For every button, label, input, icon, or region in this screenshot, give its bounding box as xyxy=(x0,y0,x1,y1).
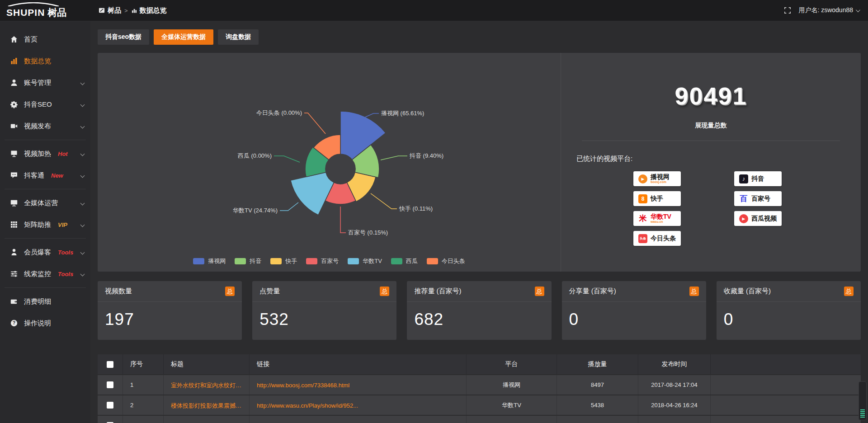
row-checkbox[interactable] xyxy=(107,381,113,388)
sliders-icon xyxy=(10,270,18,278)
sidebar-item-account-manage[interactable]: 账号管理 xyxy=(0,72,90,94)
cell-url-link[interactable] xyxy=(250,416,467,423)
platform-badge-抖音: ♪抖音 xyxy=(734,171,782,186)
sidebar-item-label: 矩阵助推 xyxy=(24,221,51,229)
chevron-down-icon xyxy=(80,173,85,178)
sidebar-item-label: 抖音SEO xyxy=(24,100,52,109)
platform-subtext: wasu.cn xyxy=(651,220,671,223)
breadcrumb-home[interactable]: 树品 xyxy=(99,6,121,15)
select-all-checkbox[interactable] xyxy=(107,361,113,368)
stat-card-label: 视频数量 xyxy=(105,287,132,296)
platforms-title: 已统计的视频平台: xyxy=(576,155,861,163)
rose-pie-chart[interactable]: 播视网 (65.61%)抖音 (9.40%)快手 (0.11%)百家号 (0.1… xyxy=(98,53,561,265)
stat-card-value: 197 xyxy=(98,302,242,340)
chevron-down-icon xyxy=(80,124,85,128)
total-badge: 总 xyxy=(844,287,854,296)
cell-title-link[interactable]: 室外水纹灯和室内水纹灯的区别和简介 xyxy=(164,375,250,395)
chevron-down-icon xyxy=(80,102,85,107)
legend-swatch xyxy=(270,258,282,264)
cell-filler xyxy=(711,395,861,415)
toutiao-logo-icon: 头条 xyxy=(638,234,647,243)
legend-label: 华数TV xyxy=(363,257,382,265)
stat-card-1: 视频数量总197 xyxy=(98,281,242,340)
row-checkbox-cell xyxy=(98,375,123,395)
stat-card-3: 推荐量 (百家号)总682 xyxy=(407,281,551,340)
sidebar-item-media-ops[interactable]: 全媒体运营 xyxy=(0,192,90,214)
stat-card-label: 分享量 (百家号) xyxy=(569,287,616,296)
stat-card-header: 收藏量 (百家号)总 xyxy=(717,281,861,302)
sidebar-item-douyin-seo[interactable]: 抖音SEO xyxy=(0,94,90,115)
cell-title-link[interactable]: 楼体投影灯投影效果震撼上市 xyxy=(164,395,250,415)
sidebar-item-badge: VIP xyxy=(58,221,67,228)
sidebar-item-label: 操作说明 xyxy=(24,319,51,328)
row-checkbox[interactable] xyxy=(107,402,113,409)
sidebar-item-label: 数据总览 xyxy=(24,57,51,66)
sidebar-item-video-heat[interactable]: 视频加热Hot xyxy=(0,143,90,164)
legend-item-百家号[interactable]: 百家号 xyxy=(306,257,339,265)
cell-platform: 播视网 xyxy=(467,375,557,395)
legend-item-快手[interactable]: 快手 xyxy=(270,257,297,265)
platform-name: 华数TV xyxy=(651,213,671,220)
legend-item-抖音[interactable]: 抖音 xyxy=(235,257,261,265)
sidebar-item-label: 消费明细 xyxy=(24,297,51,306)
sidebar-item-help[interactable]: ?操作说明 xyxy=(0,312,90,334)
sidebar-item-home[interactable]: 首页 xyxy=(0,28,90,50)
sidebar-item-member-boom[interactable]: 会员爆客Tools xyxy=(0,241,90,263)
pie-label-百家号: 百家号 (0.15%) xyxy=(348,229,388,236)
platform-badge-华数TV: 米华数TVwasu.cn xyxy=(633,211,681,226)
legend-item-华数TV[interactable]: 华数TV xyxy=(348,257,382,265)
chart-legend: 播视网抖音快手百家号华数TV西瓜今日头条 xyxy=(98,257,561,265)
sidebar-item-douketong[interactable]: 抖客通New xyxy=(0,164,90,186)
person-icon xyxy=(10,248,18,256)
video-icon xyxy=(10,122,18,130)
platform-text: 今日头条 xyxy=(651,235,676,242)
sidebar-item-data-overview[interactable]: 数据总览 xyxy=(0,50,90,72)
platform-badge-今日头条: 头条今日头条 xyxy=(633,231,681,246)
table-header-1: 序号 xyxy=(123,354,164,374)
grid-icon xyxy=(10,221,18,229)
username-label: 用户名: zswodun88 xyxy=(798,6,853,14)
topbar: SHUPIN 树品 树品 > 数据总览 用户名: zswodun88 xyxy=(0,0,868,21)
sidebar-item-label: 全媒体运营 xyxy=(24,199,58,207)
cell-url-link[interactable]: http://www.boosj.com/7338468.html xyxy=(250,375,467,395)
sidebar-item-clue-monitor[interactable]: 线索监控Tools xyxy=(0,263,90,285)
sidebar-item-video-publish[interactable]: 视频发布 xyxy=(0,115,90,137)
platforms-grid: ▶播视网boosj.com♪抖音8快手百百家号米华数TVwasu.cn▶西瓜视频… xyxy=(633,171,861,246)
boosj-logo-icon: ▶ xyxy=(638,174,647,183)
tab-3[interactable]: 询盘数据 xyxy=(218,29,259,45)
floating-scroll-widget[interactable] xyxy=(859,381,867,420)
pie-label-快手: 快手 (0.11%) xyxy=(399,205,433,212)
pie-label-line-播视网 xyxy=(365,113,379,117)
row-checkbox-cell xyxy=(98,416,123,423)
cell-title-link[interactable] xyxy=(164,416,250,423)
legend-label: 快手 xyxy=(285,257,297,265)
platform-name: 播视网 xyxy=(651,174,670,180)
pie-label-line-今日头条 xyxy=(304,113,326,134)
main-content: 抖音seo数据全媒体运营数据询盘数据 播视网 (65.61%)抖音 (9.40%… xyxy=(90,21,868,423)
pie-label-华数TV: 华数TV (24.74%) xyxy=(233,207,278,214)
stat-card-label: 点赞量 xyxy=(259,287,280,296)
tab-2[interactable]: 全媒体运营数据 xyxy=(154,29,213,45)
sidebar-item-consume-detail[interactable]: 消费明细 xyxy=(0,291,90,312)
sidebar-item-label: 线索监控 xyxy=(24,270,51,278)
platform-text: 抖音 xyxy=(751,175,764,182)
fullscreen-icon[interactable] xyxy=(784,7,791,14)
platform-badge-快手: 8快手 xyxy=(633,191,681,206)
summary-divider xyxy=(582,141,840,141)
videos-table: 序号标题链接平台播放量发布时间1室外水纹灯和室内水纹灯的区别和简介http://… xyxy=(98,354,861,423)
tab-1[interactable]: 抖音seo数据 xyxy=(98,29,149,45)
breadcrumb-current[interactable]: 数据总览 xyxy=(131,6,167,15)
sidebar-menu: 首页数据总览账号管理抖音SEO视频发布视频加热Hot抖客通New全媒体运营矩阵助… xyxy=(0,21,90,423)
table-header-3: 链接 xyxy=(250,354,467,374)
legend-item-今日头条[interactable]: 今日头条 xyxy=(427,257,465,265)
legend-item-西瓜[interactable]: 西瓜 xyxy=(391,257,418,265)
user-menu[interactable]: 用户名: zswodun88 xyxy=(798,6,859,14)
cell-url-link[interactable]: http://www.wasu.cn/Play/show/id/952... xyxy=(250,395,467,415)
legend-swatch xyxy=(193,258,204,264)
sidebar-divider xyxy=(5,189,86,189)
total-badge: 总 xyxy=(689,287,699,296)
sidebar-item-matrix-boost[interactable]: 矩阵助推VIP xyxy=(0,214,90,235)
stat-card-value: 682 xyxy=(407,302,551,340)
legend-item-播视网[interactable]: 播视网 xyxy=(193,257,226,265)
pie-slice-华数TV[interactable] xyxy=(291,172,334,215)
